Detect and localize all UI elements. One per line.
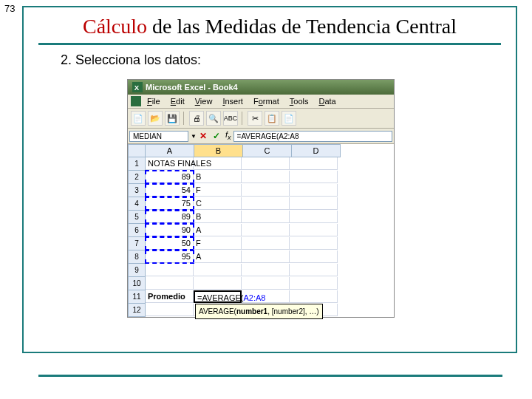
fx-icon[interactable]: fx	[225, 130, 231, 141]
cell[interactable]	[290, 157, 338, 170]
row-header[interactable]: 3	[128, 184, 146, 197]
window-title: Microsoft Excel - Book4	[146, 83, 238, 92]
cell[interactable]	[290, 264, 338, 276]
cell[interactable]: F	[194, 184, 242, 197]
select-all-corner[interactable]	[128, 144, 146, 157]
print-button[interactable]: 🖨	[189, 111, 204, 126]
worksheet-grid: A B C D 1NOTAS FINALES 289B 354F 475C 58…	[128, 144, 394, 317]
preview-button[interactable]: 🔍	[206, 111, 221, 126]
cell[interactable]: B	[194, 211, 242, 223]
cell[interactable]: 95	[146, 250, 194, 263]
menu-view[interactable]: View	[191, 96, 217, 106]
row-header[interactable]: 11	[128, 290, 146, 304]
excel-icon: X	[132, 82, 143, 92]
row-header[interactable]: 8	[128, 250, 146, 264]
copy-button[interactable]: 📋	[265, 111, 279, 126]
svg-text:X: X	[134, 83, 140, 92]
cell[interactable]: C	[194, 197, 242, 210]
cut-button[interactable]: ✂	[248, 111, 262, 126]
cell[interactable]	[242, 277, 290, 290]
row-header[interactable]: 2	[128, 171, 146, 184]
cell[interactable]: 50	[146, 237, 194, 250]
column-headers: A B C D	[128, 144, 394, 157]
cell[interactable]	[146, 264, 194, 276]
cell[interactable]: Promedio	[146, 290, 194, 303]
formula-bar: MEDIAN ▼ ✕ ✓ fx =AVERAGE(A2:A8	[128, 129, 394, 144]
slide-number: 73	[4, 3, 15, 14]
active-cell[interactable]: =AVERAGE(A2:A8 AVERAGE(number1, [number2…	[194, 290, 242, 303]
title-word: Cálculo	[83, 15, 147, 38]
cell[interactable]	[290, 277, 338, 290]
cell[interactable]	[290, 197, 338, 210]
window-titlebar: X Microsoft Excel - Book4	[128, 80, 394, 95]
cell[interactable]: 54	[146, 184, 194, 197]
cell[interactable]: 89	[146, 211, 194, 223]
menu-data[interactable]: Data	[314, 96, 340, 106]
row-header[interactable]: 12	[128, 304, 146, 317]
row-header[interactable]: 4	[128, 197, 146, 211]
row-header[interactable]: 5	[128, 211, 146, 224]
title-word: de	[282, 15, 301, 38]
row-header[interactable]: 6	[128, 224, 146, 237]
cancel-formula-button[interactable]: ✕	[197, 130, 209, 142]
menu-tools[interactable]: Tools	[285, 96, 313, 106]
spell-button[interactable]: ABC	[223, 111, 238, 126]
cell[interactable]	[242, 224, 290, 236]
cell[interactable]	[242, 211, 290, 223]
cell[interactable]	[290, 224, 338, 236]
cell[interactable]	[194, 264, 242, 276]
cell[interactable]: A	[194, 224, 242, 236]
paste-button[interactable]: 📄	[282, 111, 296, 126]
accept-formula-button[interactable]: ✓	[211, 130, 222, 142]
save-button[interactable]: 💾	[165, 111, 180, 126]
cell[interactable]: F	[194, 237, 242, 250]
row-header[interactable]: 7	[128, 237, 146, 250]
menu-file[interactable]: File	[143, 96, 165, 106]
slide-frame: Cálculo de las Medidas de Tendencia Cent…	[22, 6, 517, 353]
svg-rect-2	[131, 96, 141, 106]
menu-bar: File Edit View Insert Format Tools Data	[128, 95, 394, 109]
cell[interactable]: B	[194, 171, 242, 183]
cell[interactable]: A	[194, 250, 242, 263]
row-header[interactable]: 9	[128, 264, 146, 277]
col-header-a[interactable]: A	[146, 144, 194, 157]
cell[interactable]	[242, 237, 290, 250]
cell[interactable]: NOTAS FINALES	[146, 157, 194, 170]
cell[interactable]	[242, 171, 290, 183]
cell[interactable]: 75	[146, 197, 194, 210]
tooltip-arg: number1	[236, 307, 267, 316]
cell[interactable]	[290, 184, 338, 197]
cell[interactable]	[242, 184, 290, 197]
cell[interactable]	[242, 264, 290, 276]
cell[interactable]	[290, 171, 338, 183]
col-header-c[interactable]: C	[243, 144, 292, 157]
cell[interactable]	[242, 250, 290, 263]
cell[interactable]	[290, 290, 338, 303]
cell[interactable]: 89	[146, 171, 194, 183]
cell[interactable]	[242, 197, 290, 210]
cell[interactable]	[290, 211, 338, 223]
open-button[interactable]: 📂	[148, 111, 163, 126]
cell[interactable]	[146, 277, 194, 290]
cell[interactable]	[146, 304, 194, 316]
col-header-d[interactable]: D	[292, 144, 341, 157]
cell[interactable]	[290, 250, 338, 263]
col-header-b[interactable]: B	[194, 144, 243, 157]
new-button[interactable]: 📄	[131, 111, 146, 126]
cell[interactable]	[194, 157, 242, 170]
cell[interactable]: 90	[146, 224, 194, 236]
excel-window: X Microsoft Excel - Book4 File Edit View…	[127, 79, 395, 318]
menu-insert[interactable]: Insert	[218, 96, 248, 106]
namebox-dropdown-icon[interactable]: ▼	[191, 133, 197, 140]
name-box[interactable]: MEDIAN	[129, 131, 188, 142]
step-text: 2. Selecciona los datos:	[61, 52, 501, 68]
menu-edit[interactable]: Edit	[166, 96, 189, 106]
cell[interactable]	[194, 277, 242, 290]
formula-input[interactable]: =AVERAGE(A2:A8	[233, 131, 392, 142]
row-header[interactable]: 10	[128, 277, 146, 290]
cell[interactable]	[242, 157, 290, 170]
function-tooltip: AVERAGE(number1, [number2], …)	[195, 304, 323, 319]
menu-format[interactable]: Format	[249, 96, 284, 106]
row-header[interactable]: 1	[128, 157, 146, 171]
cell[interactable]	[290, 237, 338, 250]
